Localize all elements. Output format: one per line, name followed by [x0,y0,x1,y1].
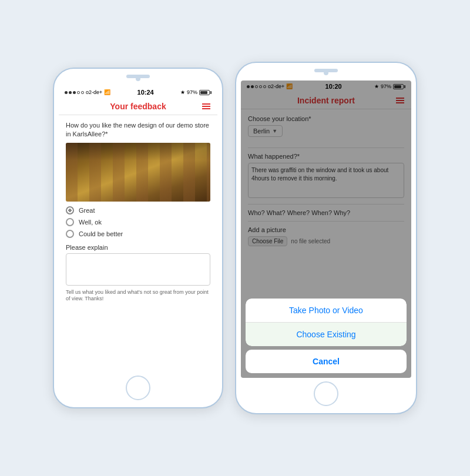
side-button-left-right-phone [235,122,236,138]
nav-title-left: Your feedback [110,102,166,111]
time-left: 10:24 [137,89,154,96]
hint-text: Tell us what you liked and what's not so… [66,289,210,303]
battery-icon-left [199,90,212,95]
menu-icon-left[interactable] [202,103,210,109]
signal-dot-3 [73,91,76,94]
camera-dot-right [324,71,328,75]
nav-bar-left: Your feedback [59,98,217,115]
side-button-right-right-phone [416,128,417,151]
radio-circle-great [66,206,74,214]
radio-label-wellok: Well, ok [79,219,102,226]
choose-existing-label: Choose Existing [296,330,355,339]
cancel-label: Cancel [313,357,340,366]
status-bar-left: o2-de+ 📶 10:24 ★ 97% [59,86,217,98]
choose-existing-option[interactable]: Choose Existing [246,323,407,346]
phone-right: o2-de+ 📶 10:20 ★ 97% Incident report [235,62,417,414]
take-photo-label: Take Photo or Video [289,306,363,315]
signal-dot-5 [81,91,84,94]
cancel-button[interactable]: Cancel [246,350,407,373]
radio-wellok[interactable]: Well, ok [66,218,210,226]
camera-dot-left [136,76,140,81]
side-button-right-left-phone [222,133,223,157]
radio-label-great: Great [79,207,95,214]
carrier-left: o2-de+ [86,89,102,95]
signal-dot-1 [65,91,68,94]
radio-label-better: Could be better [79,230,123,237]
wifi-icon-left: 📶 [104,89,110,95]
radio-circle-better [66,230,74,238]
radio-better[interactable]: Could be better [66,230,210,238]
battery-pct-left: 97% [187,89,197,95]
radio-great[interactable]: Great [66,206,210,214]
screen-left: o2-de+ 📶 10:24 ★ 97% Your feedback [59,86,217,372]
store-image [66,143,210,202]
question-text: How do you like the new design of our de… [66,121,210,139]
radio-group: Great Well, ok Could be better [66,206,210,238]
explain-label: Please explain [66,244,210,251]
explain-textarea[interactable] [66,253,210,286]
action-sheet: Take Photo or Video Choose Existing Canc… [241,299,411,378]
action-sheet-overlay: Take Photo or Video Choose Existing Canc… [241,81,411,378]
take-photo-option[interactable]: Take Photo or Video [246,299,407,323]
screen-right: o2-de+ 📶 10:20 ★ 97% Incident report [241,81,411,378]
signal-dot-4 [77,91,80,94]
signal-dot-2 [69,91,72,94]
bluetooth-icon-left: ★ [180,89,185,95]
side-button-left [53,128,54,144]
content-left: How do you like the new design of our de… [59,115,217,363]
phone-left: o2-de+ 📶 10:24 ★ 97% Your feedback [53,68,223,408]
phones-container: o2-de+ 📶 10:24 ★ 97% Your feedback [53,62,417,414]
radio-circle-wellok [66,218,74,226]
